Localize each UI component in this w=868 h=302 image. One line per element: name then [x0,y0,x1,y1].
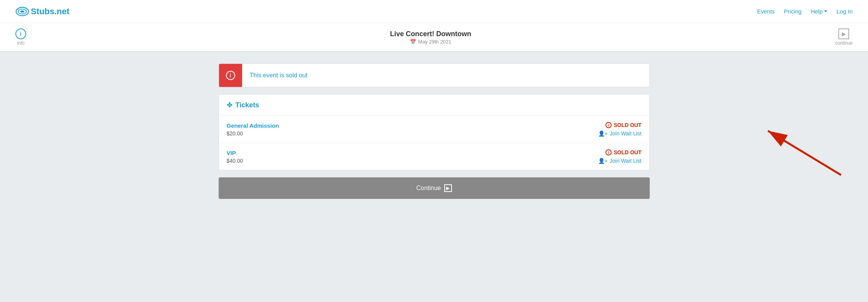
svg-point-2 [20,10,25,12]
alert-text: This event is sold out [242,66,315,85]
main-content: i This event is sold out ✤ Tickets Gener… [211,52,657,210]
sold-out-info-icon-vip: i [605,149,612,155]
sold-out-label-general: SOLD OUT [614,122,641,128]
logo[interactable]: Stubs.net [15,5,69,18]
info-icon: i [15,28,26,39]
sold-out-info-icon-general: i [605,122,612,128]
continue-header-icon: ▶ [838,28,849,39]
logo-icon [15,5,29,18]
ticket-row-general: General Admission $20.00 i SOLD OUT 👤+ J… [219,116,649,143]
event-header: i info Live Concert! Downtown 📅 May 29th… [0,23,868,52]
chevron-down-icon [824,10,827,12]
nav-help[interactable]: Help [811,8,827,15]
logo-text: Stubs.net [31,7,69,17]
event-date: 📅 May 29th 2021 [410,39,451,45]
continue-button-icon: ▶ [444,184,452,192]
nav-events[interactable]: Events [757,8,775,15]
svg-line-4 [768,131,841,175]
sold-out-badge-vip: i SOLD OUT [605,149,641,155]
join-waitlist-vip[interactable]: 👤+ Join Wait List [598,158,642,164]
tickets-header: ✤ Tickets [219,95,649,116]
ticket-vip-status: i SOLD OUT 👤+ Join Wait List [598,149,642,164]
alert-info-icon: i [226,71,235,80]
ticket-general-name: General Admission [227,122,279,129]
person-add-icon-vip: 👤+ [598,158,608,164]
red-arrow-annotation [745,115,845,177]
info-button[interactable]: i info [15,28,26,46]
ticket-general-status: i SOLD OUT 👤+ Join Wait List [598,122,642,137]
sold-out-badge-general: i SOLD OUT [605,122,641,128]
nav-login[interactable]: Log In [836,8,853,15]
nav-links: Events Pricing Help Log In [757,8,853,15]
ticket-icon: ✤ [227,101,232,109]
sold-out-alert: i This event is sold out [219,63,650,87]
calendar-icon: 📅 [410,39,416,45]
join-waitlist-general[interactable]: 👤+ Join Wait List [598,130,642,137]
ticket-row-vip: VIP $40.00 i SOLD OUT 👤+ Join Wait List [219,143,649,170]
continue-button[interactable]: Continue ▶ [219,177,650,199]
sold-out-label-vip: SOLD OUT [614,149,641,155]
continue-button-label: Continue [416,185,441,192]
ticket-general-info: General Admission $20.00 [227,122,279,137]
ticket-vip-price: $40.00 [227,158,243,164]
ticket-general-price: $20.00 [227,130,279,137]
event-info-center: Live Concert! Downtown 📅 May 29th 2021 [26,30,835,45]
continue-header-label: continue [835,40,853,46]
tickets-title: Tickets [236,101,259,109]
info-label: info [17,40,24,46]
nav-pricing[interactable]: Pricing [784,8,802,15]
event-title: Live Concert! Downtown [390,30,471,38]
continue-header-button[interactable]: ▶ continue [835,28,853,46]
ticket-vip-name: VIP [227,150,243,156]
top-nav: Stubs.net Events Pricing Help Log In [0,0,868,23]
person-add-icon-general: 👤+ [598,130,608,137]
tickets-card: ✤ Tickets General Admission $20.00 i SOL… [219,94,650,170]
ticket-vip-info: VIP $40.00 [227,150,243,164]
alert-icon-box: i [219,64,242,87]
